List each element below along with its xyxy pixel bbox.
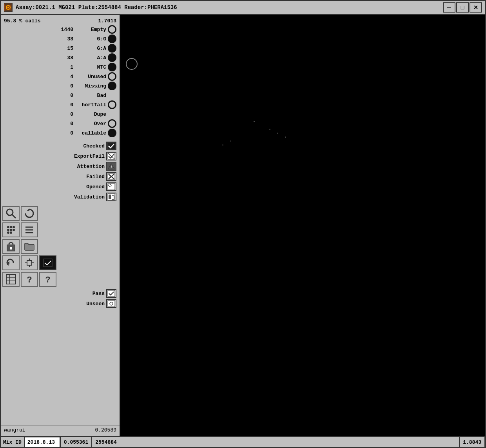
legend-item-hortfall[interactable]: 0 hortfall	[1, 100, 120, 109]
save-button[interactable]	[2, 239, 20, 254]
legend-item-bad[interactable]: 0 Bad	[1, 91, 120, 100]
app-icon	[4, 3, 13, 12]
list-button[interactable]	[21, 222, 38, 237]
toolbar-row-1	[1, 205, 120, 222]
svg-point-24	[7, 231, 9, 234]
restore-button[interactable]: □	[456, 2, 469, 13]
flag-item-attention[interactable]: Attention !	[1, 161, 120, 171]
toolbar-row-2	[1, 222, 120, 238]
percent-calls: 95.8 % calls	[4, 18, 41, 24]
legend-list: 1440 Empty 38 G:G 15 G:A 3	[1, 25, 120, 138]
svg-rect-38	[6, 275, 16, 284]
user-info: wangrui 0.20589	[1, 425, 120, 435]
over-dot	[108, 119, 116, 128]
close-button[interactable]: ✕	[470, 2, 482, 13]
legend-item-unused[interactable]: 4 Unused	[1, 72, 120, 81]
nav-button[interactable]: ?	[39, 272, 56, 287]
aa-dot	[108, 53, 116, 62]
gg-dot	[108, 35, 116, 43]
svg-point-20	[13, 226, 15, 228]
undo-button[interactable]	[2, 255, 20, 270]
empty-dot	[108, 25, 116, 34]
scatter-dot-1	[254, 121, 255, 122]
svg-point-23	[13, 229, 15, 231]
unused-dot	[108, 72, 116, 81]
pass-unseen-section: Pass Unseen	[1, 288, 120, 310]
unseen-icon	[106, 299, 116, 308]
user-value: 0.20589	[95, 427, 116, 433]
svg-point-21	[7, 229, 9, 231]
status-value-2: 2554884	[92, 437, 460, 447]
scatter-dot-4	[285, 137, 286, 138]
folder-button[interactable]	[21, 239, 38, 254]
attention-icon: !	[106, 162, 116, 171]
svg-point-19	[10, 226, 12, 228]
status-value-3: 1.8843	[460, 437, 485, 447]
legend-item-ga[interactable]: 15 G:A	[1, 44, 120, 53]
dupe-dot	[108, 110, 116, 118]
svg-rect-14	[109, 195, 111, 199]
title-bar: Assay:0021.1 MG021 Plate:2554884 Reader:…	[1, 1, 485, 15]
flag-item-exportfail[interactable]: ExportFail	[1, 151, 120, 161]
table-button[interactable]	[2, 272, 20, 287]
help-button[interactable]: ?	[21, 272, 38, 287]
toolbar-row-3	[1, 238, 120, 255]
svg-marker-17	[27, 208, 29, 211]
failed-icon	[106, 172, 116, 181]
rotate-button[interactable]	[21, 206, 38, 221]
svg-point-25	[10, 231, 12, 234]
svg-line-16	[12, 215, 16, 218]
legend-item-gg[interactable]: 38 G:G	[1, 34, 120, 44]
legend-item-dupe[interactable]: 0 Dupe	[1, 109, 120, 119]
zoom-button[interactable]	[2, 206, 20, 221]
pass-icon	[106, 289, 116, 298]
ntc-dot	[108, 63, 116, 71]
mix-id-section: Mix ID 2018.8.13	[1, 437, 61, 447]
mix-id-label: Mix ID	[1, 437, 25, 447]
flag-item-pass[interactable]: Pass	[1, 288, 120, 299]
scatter-circle	[126, 58, 138, 70]
missing-dot	[108, 82, 116, 90]
title-bar-controls: ─ □ ✕	[443, 2, 482, 13]
scatter-dot-6	[222, 144, 223, 146]
status-value-1: 0.055361	[61, 437, 92, 447]
flag-item-unseen[interactable]: Unseen	[1, 299, 120, 309]
title-bar-left: Assay:0021.1 MG021 Plate:2554884 Reader:…	[4, 3, 177, 12]
minimize-button[interactable]: ─	[443, 2, 455, 13]
toolbar-section: ? ? Pass	[1, 205, 120, 310]
username: wangrui	[4, 427, 25, 433]
legend-item-aa[interactable]: 38 A:A	[1, 53, 120, 62]
threshold-value: 1.7013	[98, 18, 116, 24]
legend-item-callable[interactable]: 0 callable	[1, 128, 120, 138]
scatter-dot-5	[230, 140, 231, 142]
ga-dot	[108, 44, 116, 53]
legend-item-missing[interactable]: 0 Missing	[1, 81, 120, 91]
legend-item-empty[interactable]: 1440 Empty	[1, 25, 120, 34]
svg-rect-32	[27, 260, 32, 265]
window-title: Assay:0021.1 MG021 Plate:2554884 Reader:…	[16, 4, 177, 11]
flag-item-failed[interactable]: Failed	[1, 171, 120, 182]
grid-button[interactable]	[2, 222, 20, 237]
content-area: 95.8 % calls 1.7013 1440 Empty 38 G:G	[1, 15, 485, 436]
svg-text:?: ?	[45, 275, 50, 284]
legend-item-over[interactable]: 0 Over	[1, 119, 120, 128]
svg-point-22	[10, 229, 12, 231]
opened-icon	[106, 182, 116, 191]
flag-item-validation[interactable]: Validation	[1, 192, 120, 202]
checked-icon	[106, 142, 116, 150]
exportfail-icon	[106, 152, 116, 160]
bad-dot	[108, 91, 116, 100]
validation-icon	[106, 193, 116, 201]
settings-button[interactable]	[21, 255, 38, 270]
svg-point-15	[7, 209, 13, 215]
svg-point-2	[7, 7, 9, 8]
hortfall-dot	[108, 100, 116, 109]
mix-id-value: 2018.8.13	[25, 437, 60, 447]
svg-rect-44	[108, 290, 115, 297]
toolbar-row-4	[1, 255, 120, 271]
dark-export-button[interactable]	[39, 255, 56, 270]
flag-item-opened[interactable]: Opened	[1, 182, 120, 192]
flag-item-checked[interactable]: Checked	[1, 141, 120, 151]
legend-item-ntc[interactable]: 1 NTC	[1, 62, 120, 72]
toolbar-row-5: ? ?	[1, 271, 120, 288]
